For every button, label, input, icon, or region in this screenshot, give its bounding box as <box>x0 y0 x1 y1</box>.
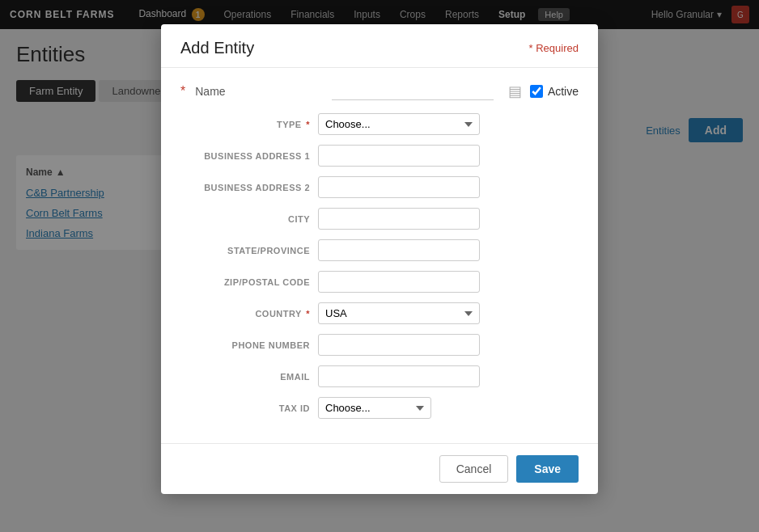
required-label: * Required <box>529 42 579 54</box>
zip-label: ZIP/POSTAL CODE <box>180 277 310 287</box>
type-row: TYPE * Choose... Farm Entity LLC Corpora… <box>180 113 579 135</box>
address2-row: BUSINESS ADDRESS 2 <box>180 176 579 198</box>
city-row: CITY <box>180 208 579 230</box>
country-label: COUNTRY * <box>180 309 310 319</box>
address1-row: BUSINESS ADDRESS 1 <box>180 145 579 167</box>
address1-input[interactable] <box>318 145 480 167</box>
active-section: Active <box>530 85 579 98</box>
name-input[interactable] <box>332 83 494 100</box>
modal-body: * Name ▤ Active TYPE * Choose... Farm En… <box>161 68 598 443</box>
modal-title: Add Entity <box>180 39 254 57</box>
phone-row: PHONE NUMBER <box>180 334 579 356</box>
phone-input[interactable] <box>318 334 480 356</box>
modal-overlay: Add Entity * Required * Name ▤ Active TY… <box>0 0 759 532</box>
address2-label: BUSINESS ADDRESS 2 <box>180 183 310 192</box>
card-icon[interactable]: ▤ <box>508 82 522 100</box>
phone-label: PHONE NUMBER <box>180 340 310 350</box>
state-label: STATE/PROVINCE <box>180 246 310 255</box>
save-button[interactable]: Save <box>516 455 579 483</box>
active-label: Active <box>548 85 579 98</box>
email-input[interactable] <box>318 365 480 387</box>
zip-input[interactable] <box>318 271 480 293</box>
city-label: CITY <box>180 214 310 224</box>
tax-id-row: TAX ID Choose... EIN SSN <box>180 397 579 419</box>
state-input[interactable] <box>318 239 480 261</box>
active-checkbox[interactable] <box>530 85 543 98</box>
cancel-button[interactable]: Cancel <box>439 455 509 483</box>
modal-footer: Cancel Save <box>161 443 598 494</box>
state-row: STATE/PROVINCE <box>180 239 579 261</box>
email-row: EMAIL <box>180 365 579 387</box>
type-label: TYPE * <box>180 120 310 129</box>
tax-id-label: TAX ID <box>180 403 310 413</box>
name-field-label: Name <box>195 85 324 98</box>
country-row: COUNTRY * USA Canada Mexico <box>180 302 579 324</box>
tax-id-select[interactable]: Choose... EIN SSN <box>318 397 431 419</box>
type-select[interactable]: Choose... Farm Entity LLC Corporation Pa… <box>318 113 480 135</box>
modal-header: Add Entity * Required <box>161 24 598 68</box>
country-select[interactable]: USA Canada Mexico <box>318 302 480 324</box>
address2-input[interactable] <box>318 176 480 198</box>
city-input[interactable] <box>318 208 480 230</box>
address1-label: BUSINESS ADDRESS 1 <box>180 151 310 161</box>
add-entity-modal: Add Entity * Required * Name ▤ Active TY… <box>161 24 598 494</box>
zip-row: ZIP/POSTAL CODE <box>180 271 579 293</box>
name-required-star: * <box>180 84 185 99</box>
name-row: * Name ▤ Active <box>180 82 579 100</box>
email-label: EMAIL <box>180 372 310 382</box>
